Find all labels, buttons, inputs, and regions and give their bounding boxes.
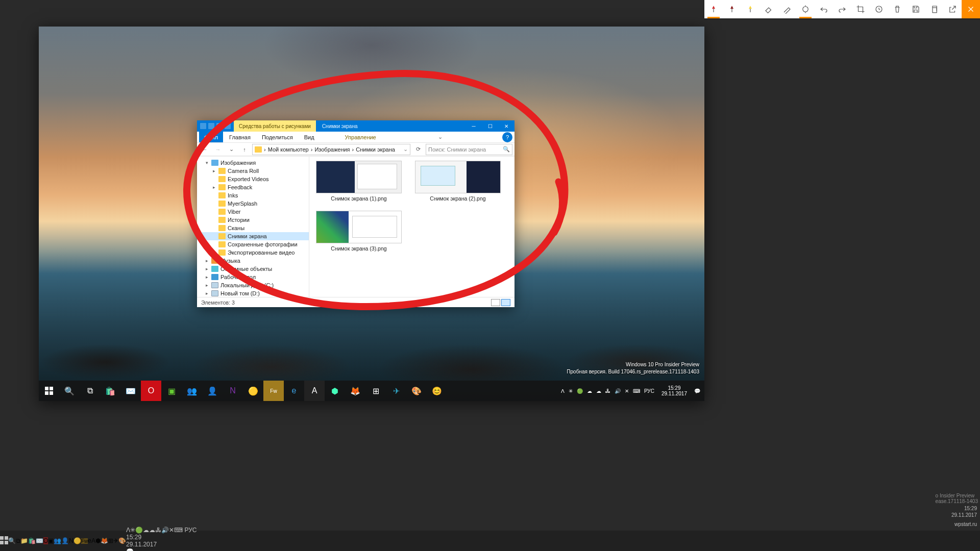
taskbar-opera-icon[interactable]: O	[43, 537, 48, 544]
pencil-icon[interactable]	[778, 0, 796, 18]
file-tile[interactable]: Снимок экрана (1).png	[315, 161, 402, 202]
view-details-button[interactable]	[491, 299, 500, 306]
tree-item[interactable]: MyerSplash	[197, 199, 309, 208]
taskbar-people-icon[interactable]: 👤	[61, 537, 69, 544]
pen-dark-icon[interactable]	[723, 0, 741, 18]
taskbar-mail-icon[interactable]: ✉️	[120, 381, 141, 401]
delete-icon[interactable]	[888, 0, 906, 18]
ribbon-tab-home[interactable]: Главная	[224, 132, 256, 142]
ruler-icon[interactable]	[796, 0, 815, 18]
system-tray[interactable]: ᐱ ✳ 🟢 ☁ ☁ 🖧 🔊 ✕ ⌨ РУС 15:29 29.11.2017 💬	[561, 385, 704, 396]
file-tile[interactable]: Снимок экрана (2).png	[414, 161, 501, 202]
taskbar-opera-icon[interactable]: O	[141, 381, 161, 401]
ribbon-context-tab[interactable]: Средства работы с рисунками	[234, 120, 316, 132]
tree-item[interactable]: Сохраненные фотографии	[197, 240, 309, 248]
tray-icon[interactable]: 🟢	[577, 388, 583, 394]
taskbar-telegram-icon[interactable]: ✈	[386, 381, 406, 401]
taskbar-paint-icon[interactable]: 🎨	[118, 537, 126, 544]
tray-chevron-icon[interactable]: ᐱ	[561, 388, 565, 394]
folder-tree[interactable]: ▾Изображения▸Camera RollExported Videos▸…	[197, 157, 309, 297]
taskbar-slack-icon[interactable]: ⊞	[365, 381, 386, 401]
file-list[interactable]: Снимок экрана (1).pngСнимок экрана (2).p…	[309, 157, 514, 297]
redo-icon[interactable]	[833, 0, 851, 18]
breadcrumb-item[interactable]: Изображения	[314, 146, 350, 153]
tree-item[interactable]: Истории	[197, 216, 309, 224]
tray-lang[interactable]: РУС	[644, 388, 654, 394]
taskbar-feedly-icon[interactable]: ▣	[48, 537, 54, 544]
action-center-icon[interactable]: 💬	[694, 388, 700, 394]
tray-network-icon[interactable]: 🖧	[605, 388, 610, 394]
taskbar-fw-icon[interactable]: Fw	[81, 538, 88, 544]
nav-back-button[interactable]: ←	[199, 144, 210, 155]
search-taskbar-icon[interactable]: 🔍	[8, 537, 16, 544]
taskbar-edge-icon[interactable]: e	[284, 381, 304, 401]
file-tile[interactable]: Снимок экрана (3).png	[315, 211, 402, 252]
ribbon-expand-icon[interactable]: ⌄	[438, 134, 446, 140]
tray-onedrive-icon[interactable]: ☁	[587, 388, 592, 394]
close-button[interactable]	[962, 0, 980, 18]
search-taskbar-icon[interactable]: 🔍	[59, 381, 80, 401]
taskbar-app2-icon[interactable]: A	[304, 381, 325, 401]
taskbar-app1-icon[interactable]: 🟡	[243, 381, 263, 401]
tree-item[interactable]: ▸Новый том (D:)	[197, 289, 309, 297]
tray-volume-icon[interactable]: 🔊	[615, 388, 621, 394]
start-button[interactable]	[39, 381, 59, 401]
search-input[interactable]: Поиск: Снимки экрана 🔍	[426, 144, 512, 155]
system-tray[interactable]: ᐱ✳🟢☁☁🖧🔊✕⌨ РУС 15:2929.11.2017 💬	[126, 527, 197, 551]
expand-icon[interactable]: ▸	[204, 291, 209, 296]
outer-taskbar[interactable]: 🔍 ⧉ 📁 🛍️ ✉️ O ▣ 👥 👤 N 🟡 Fw e A ⬢ 🦊 ⊞ ✈ 🎨…	[0, 531, 980, 551]
tray-icon[interactable]: ✕	[625, 388, 629, 394]
taskbar-app3-icon[interactable]: ⬢	[95, 537, 101, 544]
task-view-icon[interactable]: ⧉	[16, 537, 20, 544]
tree-item[interactable]: ▸Feedback	[197, 183, 309, 191]
nav-up-button[interactable]: ↑	[239, 144, 250, 155]
taskbar-teams-icon[interactable]: 👥	[54, 537, 61, 544]
breadcrumb[interactable]: › Мой компьютер › Изображения › Снимки э…	[252, 144, 410, 155]
expand-icon[interactable]: ▸	[204, 266, 209, 271]
taskbar-slack-icon[interactable]: ⊞	[108, 537, 113, 544]
taskbar-telegram-icon[interactable]: ✈	[113, 537, 118, 544]
windows-taskbar[interactable]: 🔍 ⧉ 📁 🛍️ ✉️ O ▣ 👥 👤 N 🟡 Fw e A ⬢ 🦊 ⊞ ✈ 🎨…	[39, 381, 704, 401]
ribbon-tab-file[interactable]: Файл	[199, 132, 223, 142]
expand-icon[interactable]: ▸	[204, 274, 209, 280]
tree-item[interactable]: Экспортированные видео	[197, 248, 309, 257]
taskbar-clock[interactable]: 15:29 29.11.2017	[658, 385, 690, 396]
tree-item[interactable]: ▸Рабочий стол	[197, 273, 309, 281]
maximize-button[interactable]: ☐	[482, 120, 498, 132]
taskbar-app4-icon[interactable]: 🦊	[345, 381, 365, 401]
taskbar-edge-icon[interactable]: e	[88, 537, 91, 544]
taskbar-fw-icon[interactable]: Fw	[263, 381, 284, 401]
minimize-button[interactable]: ─	[465, 120, 482, 132]
eraser-icon[interactable]	[760, 0, 778, 18]
expand-icon[interactable]: ▸	[204, 258, 209, 263]
tree-item[interactable]: ▸Локальный диск (C:)	[197, 281, 309, 289]
history-icon[interactable]	[870, 0, 888, 18]
breadcrumb-item[interactable]: Мой компьютер	[268, 146, 309, 153]
tray-keyboard-icon[interactable]: ⌨	[633, 388, 640, 394]
pen-red-icon[interactable]	[704, 0, 723, 18]
tray-icon[interactable]: ✳	[569, 388, 573, 394]
ribbon-tab-share[interactable]: Поделиться	[257, 132, 298, 142]
breadcrumb-item[interactable]: Снимки экрана	[356, 146, 395, 153]
crop-icon[interactable]	[851, 0, 870, 18]
tree-item[interactable]: Inks	[197, 191, 309, 199]
refresh-button[interactable]: ⟳	[412, 146, 424, 153]
task-view-icon[interactable]: ⧉	[80, 381, 100, 401]
nav-recent-button[interactable]: ⌄	[226, 144, 237, 155]
tree-item[interactable]: Снимки экрана	[197, 232, 309, 240]
taskbar-mail-icon[interactable]: ✉️	[36, 537, 43, 544]
taskbar-explorer-icon[interactable]: 📁	[20, 537, 28, 544]
expand-icon[interactable]: ▸	[211, 168, 216, 173]
share-icon[interactable]	[943, 0, 962, 18]
taskbar-app4-icon[interactable]: 🦊	[101, 537, 108, 544]
quick-access-toolbar[interactable]	[197, 123, 234, 129]
tree-item[interactable]: ▸Camera Roll	[197, 167, 309, 175]
taskbar-onenote-icon[interactable]: N	[69, 537, 74, 544]
start-button[interactable]	[0, 536, 8, 546]
tree-item[interactable]: ▸Объемные объекты	[197, 265, 309, 273]
taskbar-store-icon[interactable]: 🛍️	[100, 381, 120, 401]
taskbar-app2-icon[interactable]: A	[91, 537, 95, 544]
taskbar-paint-icon[interactable]: 🎨	[406, 381, 427, 401]
taskbar-emoji-icon[interactable]: 😊	[427, 381, 447, 401]
tree-item[interactable]: ▸Музыка	[197, 257, 309, 265]
